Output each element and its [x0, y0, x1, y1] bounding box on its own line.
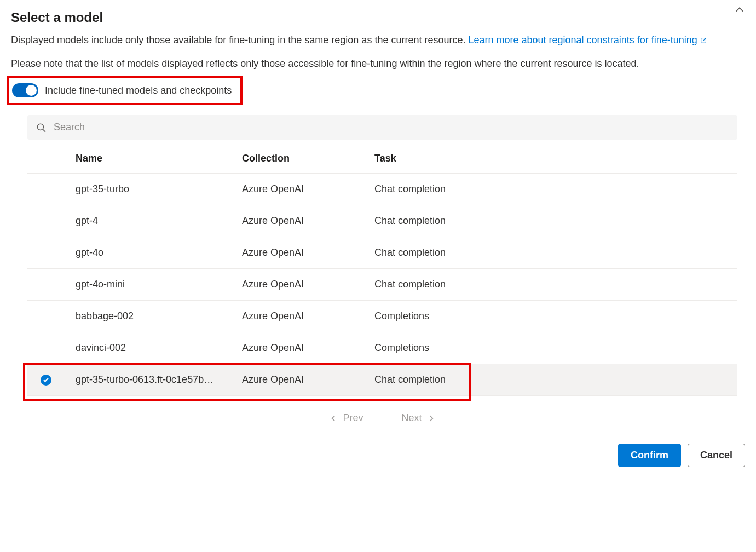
footer-actions: Confirm Cancel	[11, 434, 745, 467]
cell-collection: Azure OpenAI	[242, 215, 374, 227]
note-text: Please note that the list of models disp…	[11, 56, 745, 71]
cell-task: Chat completion	[374, 374, 737, 386]
table-header: Name Collection Task	[27, 144, 737, 174]
next-button[interactable]: Next	[402, 412, 435, 424]
svg-point-0	[37, 124, 43, 130]
cell-collection: Azure OpenAI	[242, 279, 374, 290]
cell-name: gpt-4o	[76, 247, 242, 258]
external-link-icon	[700, 34, 707, 49]
cell-name: davinci-002	[76, 342, 242, 354]
table-row[interactable]: gpt-4 Azure OpenAI Chat completion	[27, 205, 737, 237]
column-header-task[interactable]: Task	[374, 153, 737, 164]
table-row[interactable]: gpt-35-turbo-0613.ft-0c1e57b… Azure Open…	[27, 364, 737, 396]
cell-collection: Azure OpenAI	[242, 183, 374, 195]
selected-check-icon	[41, 375, 51, 386]
cell-name: gpt-35-turbo-0613.ft-0c1e57b…	[76, 374, 242, 386]
cell-task: Completions	[374, 342, 737, 354]
column-header-collection[interactable]: Collection	[242, 153, 374, 164]
toggle-knob	[26, 85, 37, 96]
include-finetuned-toggle[interactable]	[12, 83, 38, 97]
toggle-highlight-box: Include fine-tuned models and checkpoint…	[7, 76, 243, 105]
table-row[interactable]: davinci-002 Azure OpenAI Completions	[27, 332, 737, 364]
cancel-button[interactable]: Cancel	[688, 444, 745, 467]
cell-collection: Azure OpenAI	[242, 374, 374, 386]
column-header-name[interactable]: Name	[76, 153, 242, 164]
toggle-label: Include fine-tuned models and checkpoint…	[45, 85, 232, 96]
cell-task: Completions	[374, 311, 737, 322]
cell-name: gpt-4	[76, 215, 242, 227]
learn-more-link[interactable]: Learn more about regional constraints fo…	[468, 34, 707, 45]
search-box[interactable]	[27, 115, 737, 140]
model-table: Name Collection Task gpt-35-turbo Azure …	[27, 144, 737, 396]
description-prefix: Displayed models include only those avai…	[11, 34, 468, 45]
search-icon	[36, 123, 46, 133]
cell-collection: Azure OpenAI	[242, 311, 374, 322]
pagination: Prev Next	[27, 396, 737, 434]
table-row[interactable]: gpt-35-turbo Azure OpenAI Chat completio…	[27, 174, 737, 205]
confirm-button[interactable]: Confirm	[618, 444, 681, 467]
description-text: Displayed models include only those avai…	[11, 33, 745, 49]
cell-name: babbage-002	[76, 311, 242, 322]
cell-task: Chat completion	[374, 279, 737, 290]
table-row[interactable]: gpt-4o Azure OpenAI Chat completion	[27, 237, 737, 269]
page-title: Select a model	[11, 10, 745, 25]
cell-collection: Azure OpenAI	[242, 247, 374, 258]
cell-task: Chat completion	[374, 183, 737, 195]
table-row[interactable]: gpt-4o-mini Azure OpenAI Chat completion	[27, 269, 737, 301]
collapse-chevron-icon[interactable]	[734, 4, 745, 15]
table-row[interactable]: babbage-002 Azure OpenAI Completions	[27, 301, 737, 332]
cell-collection: Azure OpenAI	[242, 342, 374, 354]
cell-name: gpt-4o-mini	[76, 279, 242, 290]
cell-task: Chat completion	[374, 215, 737, 227]
cell-name: gpt-35-turbo	[76, 183, 242, 195]
prev-button[interactable]: Prev	[330, 412, 363, 424]
search-input[interactable]	[54, 122, 729, 133]
cell-task: Chat completion	[374, 247, 737, 258]
chevron-right-icon	[428, 415, 435, 422]
chevron-left-icon	[330, 415, 337, 422]
